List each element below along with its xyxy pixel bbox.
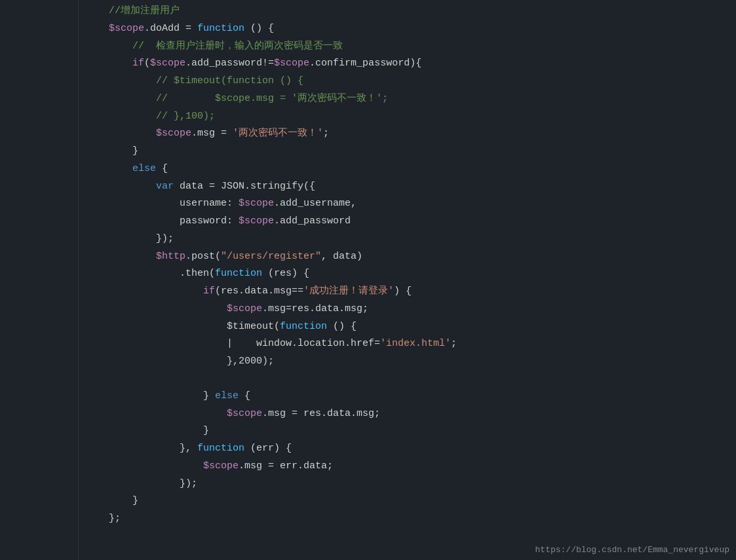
- token: .add_password: [274, 215, 351, 227]
- token: // $scope.msg = '两次密码不一致！';: [85, 93, 388, 104]
- token: [85, 58, 132, 69]
- token: , data): [321, 251, 362, 262]
- token: $scope: [227, 303, 262, 314]
- token: else: [132, 163, 156, 174]
- token: else: [215, 390, 239, 401]
- token: function: [215, 268, 262, 279]
- token: {: [156, 163, 168, 174]
- token: [85, 163, 132, 174]
- token: .post(: [185, 251, 221, 262]
- token: }: [85, 390, 215, 401]
- token: ) {: [394, 286, 412, 297]
- token: | window.location.href=: [85, 338, 380, 349]
- token: });: [85, 233, 174, 244]
- token: .msg = res.data.msg;: [262, 408, 380, 419]
- code-line: // $scope.msg = '两次密码不一致！';: [0, 90, 736, 108]
- token: .add_username,: [274, 198, 357, 209]
- code-line: }: [0, 143, 736, 160]
- code-line: if(res.data.msg=='成功注册！请登录') {: [0, 283, 736, 301]
- token: .doAdd =: [144, 23, 197, 34]
- token: .add_password!=: [185, 58, 274, 69]
- token: (res.data.msg==: [215, 286, 303, 297]
- token: () {: [327, 321, 357, 332]
- code-line: password: $scope.add_password: [0, 213, 736, 231]
- code-line: });: [0, 231, 736, 248]
- token: }: [85, 145, 138, 157]
- code-line: .then(function (res) {: [0, 265, 736, 283]
- token: [85, 286, 203, 297]
- code-line: $scope.msg = res.data.msg;: [0, 405, 736, 423]
- code-line: // 检查用户注册时，输入的两次密码是否一致: [0, 38, 736, 56]
- token: username:: [85, 198, 239, 209]
- token: $scope: [109, 23, 144, 34]
- token: [85, 460, 203, 472]
- code-line: [0, 371, 736, 388]
- token: [85, 408, 227, 419]
- token: $scope: [156, 128, 191, 139]
- token: "/users/register": [221, 251, 321, 262]
- token: function: [197, 443, 244, 454]
- token: data = JSON.stringify({: [174, 181, 315, 192]
- code-line: };: [0, 510, 736, 528]
- code-line: // $timeout(function () {: [0, 73, 736, 90]
- url-bar: https://blog.csdn.net/Emma_nevergiveup: [529, 541, 736, 560]
- token: },: [85, 443, 197, 454]
- token: '两次密码不一致！': [233, 128, 323, 139]
- code-line: else {: [0, 160, 736, 178]
- code-line: $scope.msg=res.data.msg;: [0, 301, 736, 318]
- token: if: [132, 58, 144, 69]
- token: .then(: [85, 268, 215, 279]
- token: [85, 251, 156, 262]
- code-line: });: [0, 476, 736, 493]
- code-line: }: [0, 493, 736, 510]
- token: [85, 128, 156, 139]
- token: .confirm_password){: [309, 58, 421, 69]
- token: $http: [156, 251, 185, 262]
- code-line: $timeout(function () {: [0, 318, 736, 336]
- token: ;: [451, 338, 457, 349]
- token: // },100);: [85, 111, 215, 122]
- code-line: $http.post("/users/register", data): [0, 248, 736, 266]
- token: // $timeout(function () {: [85, 75, 303, 86]
- code-line: // },100);: [0, 108, 736, 126]
- token: function: [197, 23, 244, 34]
- token: () {: [244, 23, 274, 34]
- token: $scope: [274, 58, 309, 69]
- token: // 检查用户注册时，输入的两次密码是否一致: [85, 41, 343, 52]
- code-line: } else {: [0, 388, 736, 405]
- token: var: [156, 181, 174, 192]
- token: };: [85, 513, 121, 524]
- code-line: username: $scope.add_username,: [0, 195, 736, 213]
- code-line: if($scope.add_password!=$scope.confirm_p…: [0, 55, 736, 73]
- code-line: $scope.msg = err.data;: [0, 458, 736, 476]
- code-line: },2000);: [0, 353, 736, 371]
- token: [85, 181, 156, 192]
- token: 'index.html': [380, 338, 451, 349]
- token: (res) {: [262, 268, 309, 279]
- token: $scope: [227, 408, 262, 419]
- token: {: [239, 390, 250, 401]
- code-line: //增加注册用户: [0, 3, 736, 20]
- token: (err) {: [244, 443, 292, 454]
- token: }: [85, 425, 209, 436]
- token: }: [85, 495, 138, 506]
- code-lines: //增加注册用户 $scope.doAdd = function () { //…: [0, 3, 736, 528]
- token: .msg=res.data.msg;: [262, 303, 368, 314]
- code-editor: //增加注册用户 $scope.doAdd = function () { //…: [0, 0, 736, 560]
- token: password:: [85, 215, 239, 227]
- token: (: [144, 58, 150, 69]
- token: function: [280, 321, 327, 332]
- token: [85, 303, 227, 314]
- code-line: var data = JSON.stringify({: [0, 178, 736, 196]
- code-line: $scope.doAdd = function () {: [0, 20, 736, 38]
- token: $scope: [239, 215, 274, 227]
- code-line: $scope.msg = '两次密码不一致！';: [0, 125, 736, 143]
- token: $scope: [150, 58, 185, 69]
- token: .msg =: [191, 128, 233, 139]
- code-line: | window.location.href='index.html';: [0, 335, 736, 353]
- token: if: [203, 286, 215, 297]
- token: //增加注册用户: [85, 5, 180, 16]
- url-text: https://blog.csdn.net/Emma_nevergiveup: [535, 545, 729, 555]
- code-line: }: [0, 422, 736, 440]
- token: $timeout(: [85, 321, 280, 332]
